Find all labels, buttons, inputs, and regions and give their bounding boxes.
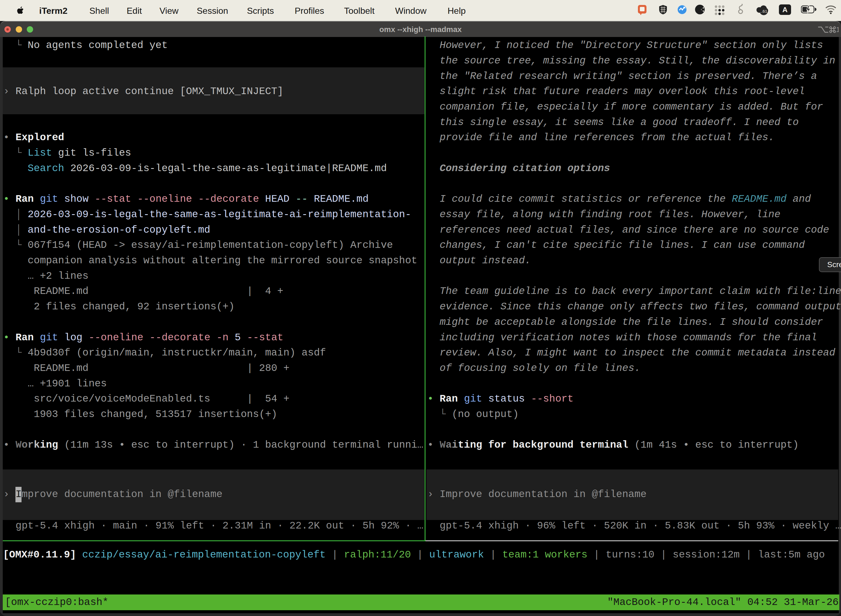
svg-text:..61: ..61 [760,9,767,13]
